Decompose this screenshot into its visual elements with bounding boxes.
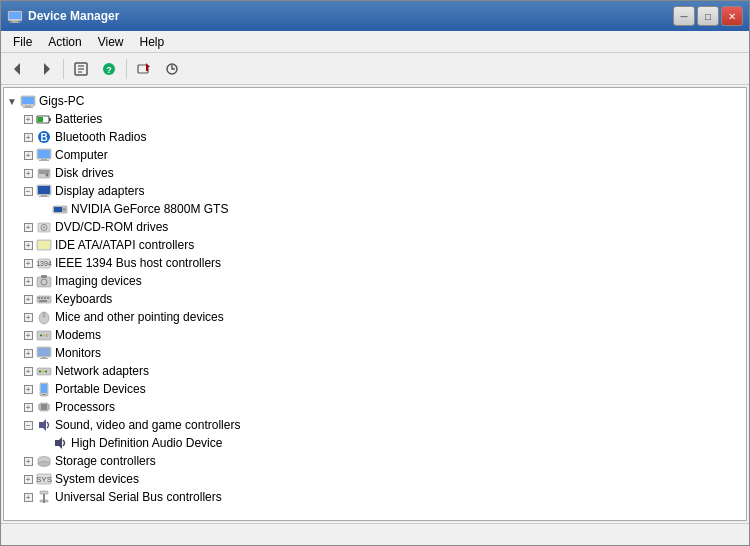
tree-view[interactable]: ▼ Gigs-PC +Batteries+BBluetooth Radios+C…: [4, 88, 746, 520]
expand-icon[interactable]: +: [20, 470, 36, 488]
svg-rect-25: [41, 159, 47, 160]
tree-item[interactable]: +Portable Devices: [4, 380, 746, 398]
expand-icon[interactable]: [36, 200, 52, 218]
expand-icon[interactable]: +: [20, 452, 36, 470]
scan-hardware-button[interactable]: [131, 57, 157, 81]
svg-point-67: [45, 371, 47, 373]
properties-button[interactable]: [68, 57, 94, 81]
menu-view[interactable]: View: [90, 33, 132, 51]
tree-item[interactable]: +Modems: [4, 326, 746, 344]
tree-item[interactable]: +Disk drives: [4, 164, 746, 182]
tree-item[interactable]: −Display adapters: [4, 182, 746, 200]
expand-icon[interactable]: +: [20, 164, 36, 182]
svg-point-85: [38, 462, 50, 467]
tree-item[interactable]: +Computer: [4, 146, 746, 164]
help-button[interactable]: ?: [96, 57, 122, 81]
root-icon: [20, 93, 36, 109]
imaging-icon: [36, 273, 52, 289]
expand-icon[interactable]: +: [20, 236, 36, 254]
expand-icon[interactable]: −: [20, 416, 36, 434]
svg-rect-62: [42, 357, 46, 358]
sound-icon: [36, 417, 52, 433]
expand-icon[interactable]: +: [20, 290, 36, 308]
tree-item-label: Bluetooth Radios: [55, 130, 146, 144]
tree-item-label: Sound, video and game controllers: [55, 418, 240, 432]
svg-point-58: [43, 335, 45, 337]
storage-icon: [36, 453, 52, 469]
tree-item[interactable]: +Universal Serial Bus controllers: [4, 488, 746, 506]
expand-icon[interactable]: +: [20, 218, 36, 236]
expand-icon[interactable]: [36, 434, 52, 452]
tree-item-label: IDE ATA/ATAPI controllers: [55, 238, 194, 252]
expand-icon[interactable]: +: [20, 398, 36, 416]
tree-item[interactable]: NVIDIA GeForce 8800M GTS: [4, 200, 746, 218]
tree-item[interactable]: +Mice and other pointing devices: [4, 308, 746, 326]
tree-item[interactable]: +Keyboards: [4, 290, 746, 308]
audio-icon: [52, 435, 68, 451]
tree-item[interactable]: −Sound, video and game controllers: [4, 416, 746, 434]
expand-icon[interactable]: +: [20, 272, 36, 290]
tree-item[interactable]: +1394IEEE 1394 Bus host controllers: [4, 254, 746, 272]
expand-icon[interactable]: +: [20, 380, 36, 398]
tree-item[interactable]: +Imaging devices: [4, 272, 746, 290]
svg-rect-52: [39, 300, 47, 302]
tree-item-label: IEEE 1394 Bus host controllers: [55, 256, 221, 270]
tree-item-label: Processors: [55, 400, 115, 414]
tree-item[interactable]: +SYSSystem devices: [4, 470, 746, 488]
expand-icon[interactable]: +: [20, 254, 36, 272]
expand-icon[interactable]: +: [20, 488, 36, 506]
expand-icon[interactable]: +: [20, 146, 36, 164]
svg-point-57: [40, 335, 42, 337]
tree-item-label: Imaging devices: [55, 274, 142, 288]
battery-icon: [36, 111, 52, 127]
expand-icon[interactable]: +: [20, 308, 36, 326]
menu-bar: File Action View Help: [1, 31, 749, 53]
tree-root[interactable]: ▼ Gigs-PC: [4, 92, 746, 110]
svg-point-66: [42, 371, 44, 373]
tree-item[interactable]: +Processors: [4, 398, 746, 416]
expand-icon[interactable]: −: [20, 182, 36, 200]
tree-item[interactable]: +Monitors: [4, 344, 746, 362]
window-title: Device Manager: [28, 9, 119, 23]
forward-button[interactable]: [33, 57, 59, 81]
ide-icon: [36, 237, 52, 253]
close-button[interactable]: ✕: [721, 6, 743, 26]
tree-item[interactable]: +IDE ATA/ATAPI controllers: [4, 236, 746, 254]
svg-point-36: [62, 208, 66, 212]
svg-rect-49: [41, 297, 43, 299]
tree-item[interactable]: +Batteries: [4, 110, 746, 128]
menu-action[interactable]: Action: [40, 33, 89, 51]
minimize-button[interactable]: ─: [673, 6, 695, 26]
tree-item[interactable]: +Network adapters: [4, 362, 746, 380]
svg-rect-32: [41, 195, 47, 196]
root-label: Gigs-PC: [39, 94, 84, 108]
expand-icon[interactable]: +: [20, 326, 36, 344]
update-driver-button[interactable]: [159, 57, 185, 81]
tree-item[interactable]: High Definition Audio Device: [4, 434, 746, 452]
maximize-button[interactable]: □: [697, 6, 719, 26]
network-icon: [36, 363, 52, 379]
tree-item-label: Mice and other pointing devices: [55, 310, 224, 324]
svg-rect-72: [41, 404, 47, 410]
disk-icon: [36, 165, 52, 181]
svg-point-59: [46, 335, 48, 337]
menu-file[interactable]: File: [5, 33, 40, 51]
svg-marker-79: [39, 419, 46, 431]
root-expand-icon[interactable]: ▼: [4, 92, 20, 110]
tree-item-label: Network adapters: [55, 364, 149, 378]
tree-item[interactable]: +BBluetooth Radios: [4, 128, 746, 146]
tree-item[interactable]: +DVD/CD-ROM drives: [4, 218, 746, 236]
svg-rect-31: [38, 186, 50, 194]
tree-item-label: Batteries: [55, 112, 102, 126]
svg-rect-46: [41, 275, 47, 278]
expand-icon[interactable]: +: [20, 128, 36, 146]
display-card-icon: [52, 201, 68, 217]
tree-item[interactable]: +Storage controllers: [4, 452, 746, 470]
menu-help[interactable]: Help: [132, 33, 173, 51]
expand-icon[interactable]: +: [20, 110, 36, 128]
forward-icon: [38, 61, 54, 77]
expand-icon[interactable]: +: [20, 362, 36, 380]
back-button[interactable]: [5, 57, 31, 81]
expand-icon[interactable]: +: [20, 344, 36, 362]
main-content: ▼ Gigs-PC +Batteries+BBluetooth Radios+C…: [3, 87, 747, 521]
